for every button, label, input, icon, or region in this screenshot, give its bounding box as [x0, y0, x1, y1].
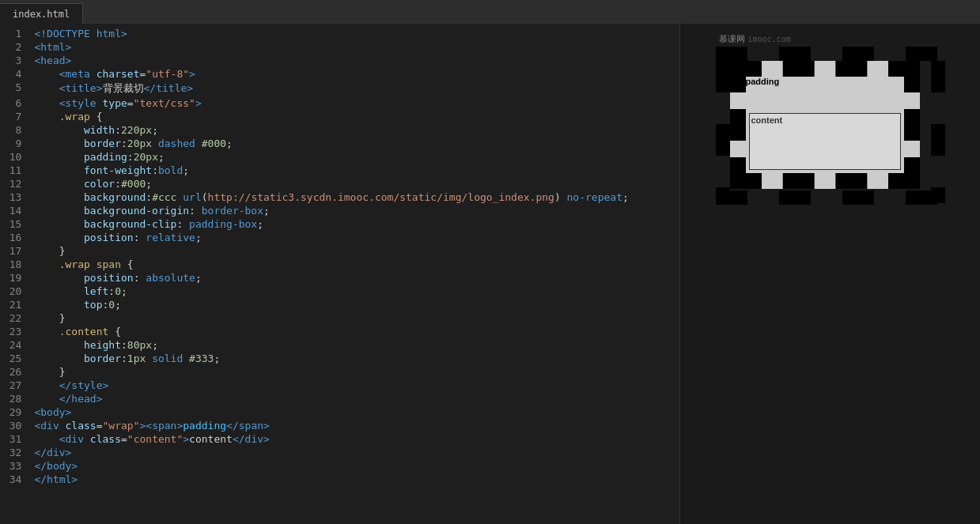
code-line: 7 .wrap { [0, 110, 679, 123]
code-line: 18 .wrap span { [0, 258, 679, 271]
padding-label: padding [746, 77, 780, 86]
line-number: 5 [0, 81, 34, 96]
line-number: 23 [0, 325, 34, 338]
line-content: top:0; [34, 298, 679, 311]
code-line: 24 height:80px; [0, 338, 679, 352]
demo-area: padding content [716, 47, 945, 205]
code-line: 27 </style> [0, 379, 679, 392]
line-content: </head> [34, 392, 679, 405]
code-line: 22 } [0, 311, 679, 325]
code-editor[interactable]: 1<!DOCTYPE html>2<html>3<head>4 <meta ch… [0, 24, 679, 524]
line-number: 3 [0, 54, 34, 67]
line-content: background:#ccc url(http://static3.sycdn… [34, 190, 679, 204]
code-line: 2<html> [0, 40, 679, 54]
code-line: 33</body> [0, 459, 679, 473]
tab-label: index.html [13, 9, 70, 20]
line-number: 26 [0, 365, 34, 379]
line-content: color:#000; [34, 177, 679, 190]
tab-bar: index.html [0, 0, 980, 24]
line-number: 8 [0, 123, 34, 137]
code-line: 14 background-origin: border-box; [0, 204, 679, 217]
line-content: <!DOCTYPE html> [34, 27, 679, 40]
line-number: 19 [0, 271, 34, 285]
line-content: background-clip: padding-box; [34, 217, 679, 231]
code-line: 25 border:1px solid #333; [0, 352, 679, 365]
code-line: 15 background-clip: padding-box; [0, 217, 679, 231]
line-content: </style> [34, 379, 679, 392]
line-number: 20 [0, 285, 34, 298]
line-content: <div class="wrap"><span>padding</span> [34, 419, 679, 432]
line-content: <head> [34, 54, 679, 67]
line-number: 4 [0, 67, 34, 81]
line-content: <style type="text/css"> [34, 96, 679, 110]
code-line: 4 <meta charset="utf-8"> [0, 67, 679, 81]
code-line: 30<div class="wrap"><span>padding</span> [0, 419, 679, 432]
code-line: 17 } [0, 244, 679, 258]
code-line: 11 font-weight:bold; [0, 164, 679, 177]
line-number: 24 [0, 338, 34, 352]
preview-panel: 慕课网 imooc.com [679, 24, 980, 524]
content-demo-box: content [749, 113, 901, 170]
code-line: 1<!DOCTYPE html> [0, 27, 679, 40]
code-line: 12 color:#000; [0, 177, 679, 190]
line-number: 12 [0, 177, 34, 190]
line-number: 10 [0, 150, 34, 164]
code-line: 3<head> [0, 54, 679, 67]
line-number: 16 [0, 231, 34, 244]
line-content: .wrap { [34, 110, 679, 123]
line-number: 15 [0, 217, 34, 231]
content-label: content [751, 115, 783, 125]
code-line: 10 padding:20px; [0, 150, 679, 164]
wrap-demo-box: padding content [730, 61, 920, 189]
line-number: 7 [0, 110, 34, 123]
code-line: 13 background:#ccc url(http://static3.sy… [0, 190, 679, 204]
line-content: <div class="content">content</div> [34, 432, 679, 446]
watermark-url: imooc.com [748, 35, 791, 43]
watermark-text: 慕课网 [719, 33, 745, 45]
line-number: 31 [0, 432, 34, 446]
line-content: padding:20px; [34, 150, 679, 164]
line-number: 18 [0, 258, 34, 271]
tab-index-html[interactable]: index.html [0, 3, 83, 24]
line-content: <body> [34, 405, 679, 419]
code-line: 20 left:0; [0, 285, 679, 298]
line-number: 17 [0, 244, 34, 258]
line-number: 30 [0, 419, 34, 432]
line-number: 14 [0, 204, 34, 217]
line-content: </div> [34, 446, 679, 459]
line-content: } [34, 244, 679, 258]
line-number: 27 [0, 379, 34, 392]
line-number: 29 [0, 405, 34, 419]
code-line: 9 border:20px dashed #000; [0, 137, 679, 150]
line-number: 22 [0, 311, 34, 325]
line-number: 1 [0, 27, 34, 40]
line-content: border:1px solid #333; [34, 352, 679, 365]
line-number: 21 [0, 298, 34, 311]
line-number: 34 [0, 473, 34, 486]
line-number: 13 [0, 190, 34, 204]
line-content: left:0; [34, 285, 679, 298]
code-line: 21 top:0; [0, 298, 679, 311]
line-content: <title>背景裁切</title> [34, 81, 679, 96]
code-line: 26 } [0, 365, 679, 379]
code-line: 31 <div class="content">content</div> [0, 432, 679, 446]
line-number: 33 [0, 459, 34, 473]
line-number: 28 [0, 392, 34, 405]
line-content: <meta charset="utf-8"> [34, 67, 679, 81]
line-number: 32 [0, 446, 34, 459]
line-content: font-weight:bold; [34, 164, 679, 177]
code-line: 8 width:220px; [0, 123, 679, 137]
line-content: } [34, 365, 679, 379]
watermark-row: 慕课网 imooc.com [716, 32, 945, 47]
line-content: .content { [34, 325, 679, 338]
line-content: height:80px; [34, 338, 679, 352]
line-number: 9 [0, 137, 34, 150]
code-line: 6 <style type="text/css"> [0, 96, 679, 110]
code-line: 34</html> [0, 473, 679, 486]
line-content: } [34, 311, 679, 325]
line-number: 25 [0, 352, 34, 365]
line-number: 2 [0, 40, 34, 54]
line-content: position: absolute; [34, 271, 679, 285]
code-line: 32</div> [0, 446, 679, 459]
line-content: </html> [34, 473, 679, 486]
